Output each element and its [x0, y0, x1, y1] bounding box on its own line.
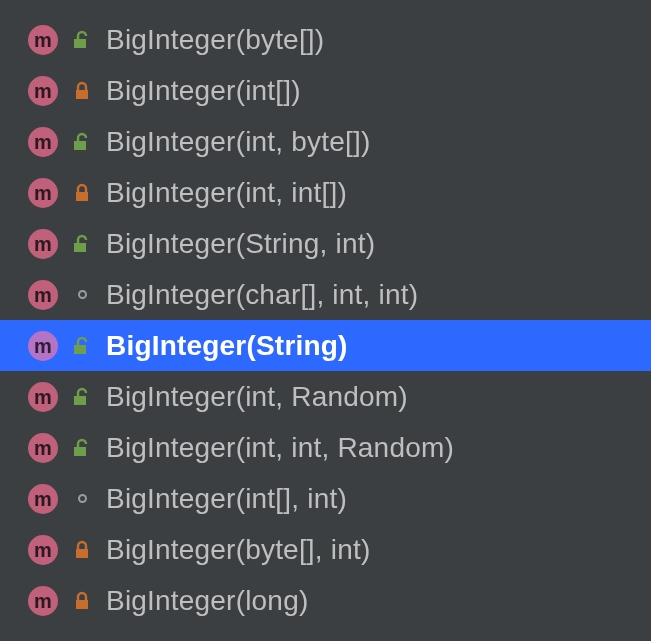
- method-icon: m: [28, 535, 58, 565]
- method-icon: m: [28, 178, 58, 208]
- completion-item-label: BigInteger(byte[], int): [106, 534, 371, 566]
- completion-item-label: BigInteger(char[], int, int): [106, 279, 418, 311]
- method-icon: m: [28, 229, 58, 259]
- lock-icon: [72, 183, 92, 203]
- method-icon: m: [28, 76, 58, 106]
- completion-item[interactable]: mBigInteger(long): [0, 575, 651, 626]
- completion-item-label: BigInteger(String, int): [106, 228, 375, 260]
- completion-item[interactable]: mBigInteger(char[], int, int): [0, 269, 651, 320]
- lock-icon: [72, 540, 92, 560]
- completion-item-label: BigInteger(int[]): [106, 75, 301, 107]
- completion-item[interactable]: mBigInteger(String, int): [0, 218, 651, 269]
- method-icon: m: [28, 586, 58, 616]
- completion-item[interactable]: mBigInteger(int, int[]): [0, 167, 651, 218]
- completion-item[interactable]: mBigInteger(int[], int): [0, 473, 651, 524]
- completion-item[interactable]: mBigInteger(int, byte[]): [0, 116, 651, 167]
- unlock-icon: [72, 336, 92, 356]
- method-icon: m: [28, 382, 58, 412]
- completion-item[interactable]: mBigInteger(byte[]): [0, 14, 651, 65]
- unlock-icon: [72, 132, 92, 152]
- unlock-icon: [72, 30, 92, 50]
- unlock-icon: [72, 387, 92, 407]
- completion-item[interactable]: mBigInteger(String): [0, 320, 651, 371]
- method-icon: m: [28, 25, 58, 55]
- method-icon: m: [28, 484, 58, 514]
- unlock-icon: [72, 438, 92, 458]
- completion-item[interactable]: mBigInteger(int, int, Random): [0, 422, 651, 473]
- completion-item[interactable]: mBigInteger(int[]): [0, 65, 651, 116]
- completion-item-label: BigInteger(byte[]): [106, 24, 324, 56]
- package-visibility-icon: [72, 285, 92, 305]
- method-icon: m: [28, 331, 58, 361]
- method-icon: m: [28, 127, 58, 157]
- completion-item-label: BigInteger(int, Random): [106, 381, 408, 413]
- completion-item-label: BigInteger(int, int[]): [106, 177, 347, 209]
- completion-item-label: BigInteger(int, int, Random): [106, 432, 454, 464]
- method-icon: m: [28, 433, 58, 463]
- completion-item-label: BigInteger(int, byte[]): [106, 126, 371, 158]
- completion-item[interactable]: mBigInteger(byte[], int): [0, 524, 651, 575]
- unlock-icon: [72, 234, 92, 254]
- completion-item-label: BigInteger(String): [106, 330, 348, 362]
- lock-icon: [72, 591, 92, 611]
- completion-popup: mBigInteger(byte[])mBigInteger(int[])mBi…: [0, 0, 651, 641]
- package-visibility-icon: [72, 489, 92, 509]
- lock-icon: [72, 81, 92, 101]
- completion-item[interactable]: mBigInteger(int, Random): [0, 371, 651, 422]
- method-icon: m: [28, 280, 58, 310]
- completion-item-label: BigInteger(int[], int): [106, 483, 347, 515]
- completion-item-label: BigInteger(long): [106, 585, 308, 617]
